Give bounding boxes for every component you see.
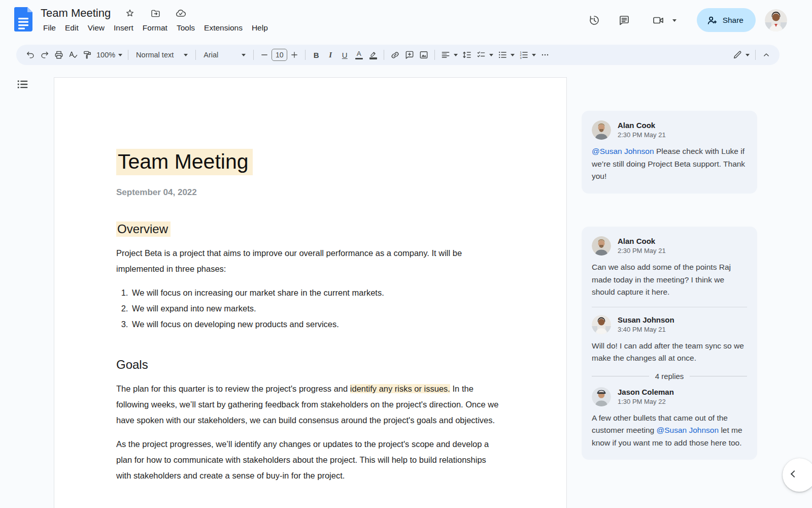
font-select[interactable]: Arial [199, 48, 250, 62]
comment-card[interactable]: Alan Cook 2:30 PM May 21 @Susan Johnson … [582, 111, 757, 194]
document-page[interactable]: Team Meeting September 04, 2022 Overview… [54, 77, 567, 508]
toolbar-divider [253, 50, 254, 60]
svg-text:3: 3 [520, 56, 522, 59]
share-button[interactable]: Share [697, 8, 756, 32]
menu-insert[interactable]: Insert [109, 21, 138, 35]
print-button[interactable] [52, 48, 66, 62]
bulleted-list-button[interactable] [495, 48, 517, 62]
insert-link-button[interactable] [388, 48, 402, 62]
undo-button[interactable] [23, 48, 38, 62]
align-chevron-down-icon [454, 54, 458, 56]
menu-view[interactable]: View [83, 21, 109, 35]
highlighted-title-text: Team Meeting [116, 149, 253, 175]
toolbar-divider [305, 50, 306, 60]
move-folder-button[interactable] [147, 5, 163, 21]
menu-extensions[interactable]: Extensions [199, 21, 247, 35]
align-button[interactable] [438, 48, 460, 62]
goals-paragraph-2[interactable]: As the project progresses, we’ll identif… [116, 436, 502, 484]
menu-help[interactable]: Help [247, 21, 273, 35]
hide-menus-button[interactable] [759, 48, 773, 62]
menu-edit[interactable]: Edit [60, 21, 83, 35]
avatar [592, 387, 611, 406]
comment-header: Alan Cook 2:30 PM May 21 [592, 236, 747, 256]
print-icon [54, 50, 64, 60]
version-history-icon [588, 14, 600, 26]
paragraph-style-select[interactable]: Normal text [132, 48, 192, 62]
highlight-color-icon [369, 50, 377, 59]
highlighted-goals-text: identify any risks or issues. [350, 384, 450, 393]
checklist-button[interactable] [474, 48, 495, 62]
video-call-button[interactable] [647, 9, 669, 31]
star-button[interactable] [122, 5, 138, 21]
line-spacing-button[interactable] [460, 48, 474, 62]
doc-date[interactable]: September 04, 2022 [116, 187, 502, 198]
plus-icon [290, 50, 299, 59]
numbered-list-button[interactable]: 123 [517, 48, 538, 62]
font-size-input[interactable] [272, 49, 287, 61]
star-icon [125, 8, 135, 18]
menu-format[interactable]: Format [138, 21, 172, 35]
docs-logo-icon[interactable] [14, 7, 32, 31]
undo-icon [25, 50, 36, 60]
open-comments-button[interactable] [613, 9, 635, 31]
underline-button[interactable]: U [337, 48, 352, 62]
italic-button[interactable]: I [323, 48, 337, 62]
collapse-panel-button[interactable] [783, 458, 812, 492]
goals-paragraph-1[interactable]: The plan for this quarter is to review t… [116, 381, 502, 428]
mention-link[interactable]: @Susan Johnson [657, 426, 719, 434]
overview-paragraph[interactable]: Project Beta is a project that aims to i… [116, 245, 502, 277]
zoom-value: 100% [96, 51, 115, 59]
video-call-chevron-down-icon[interactable] [672, 19, 676, 22]
doc-heading-goals[interactable]: Goals [116, 357, 502, 373]
comment-body: Can we also add some of the points Raj m… [592, 261, 747, 299]
goals-text: The plan for this quarter is to review t… [116, 384, 350, 393]
insert-image-icon [419, 50, 429, 60]
paint-format-button[interactable] [80, 48, 94, 62]
align-left-icon [441, 50, 451, 60]
comment-author: Alan Cook [618, 236, 666, 246]
bold-button[interactable]: B [309, 48, 323, 62]
minus-icon [260, 50, 269, 59]
list-item[interactable]: We will focus on developing new products… [130, 316, 492, 332]
highlight-color-button[interactable] [366, 48, 380, 62]
bold-icon: B [314, 51, 319, 59]
mention-link[interactable]: @Susan Johnson [592, 147, 654, 155]
show-outline-button[interactable] [14, 76, 30, 92]
doc-heading-title[interactable]: Team Meeting [116, 147, 502, 176]
redo-button[interactable] [38, 48, 52, 62]
list-item[interactable]: We will focus on increasing our market s… [130, 285, 492, 301]
editing-mode-pen-icon [732, 50, 742, 60]
version-history-button[interactable] [583, 9, 605, 31]
account-avatar[interactable] [765, 9, 787, 31]
style-chevron-down-icon [184, 54, 188, 56]
comments-icon [618, 14, 630, 26]
add-comment-button[interactable] [402, 48, 417, 62]
doc-heading-overview[interactable]: Overview [116, 221, 502, 237]
list-item[interactable]: We will expand into new markets. [130, 301, 492, 316]
font-value: Arial [204, 51, 218, 59]
comment-timestamp: 2:30 PM May 21 [618, 131, 666, 139]
replies-toggle[interactable]: 4 replies [592, 372, 747, 380]
editing-mode-button[interactable] [730, 48, 752, 62]
more-options-button[interactable] [538, 48, 552, 62]
video-call-icon [652, 14, 664, 26]
zoom-chevron-down-icon [118, 54, 122, 56]
redo-icon [40, 50, 50, 60]
increase-font-size-button[interactable] [287, 48, 301, 62]
avatar [592, 120, 611, 140]
zoom-select[interactable]: 100% [94, 48, 124, 62]
cloud-saved-button[interactable] [173, 5, 189, 21]
text-color-icon: A [355, 50, 363, 59]
spell-check-button[interactable] [66, 48, 80, 62]
overview-numbered-list[interactable]: We will focus on increasing our market s… [116, 285, 492, 332]
comment-thread-card[interactable]: Alan Cook 2:30 PM May 21 Can we also add… [582, 227, 757, 460]
menu-tools[interactable]: Tools [172, 21, 199, 35]
toolbar-divider [434, 50, 435, 60]
document-title[interactable]: Team Meeting [41, 7, 111, 20]
insert-image-button[interactable] [417, 48, 431, 62]
divider-line [690, 376, 747, 376]
menu-file[interactable]: File [39, 21, 60, 35]
text-color-button[interactable]: A [352, 48, 366, 62]
comment-timestamp: 3:40 PM May 21 [618, 326, 674, 333]
decrease-font-size-button[interactable] [257, 48, 272, 62]
